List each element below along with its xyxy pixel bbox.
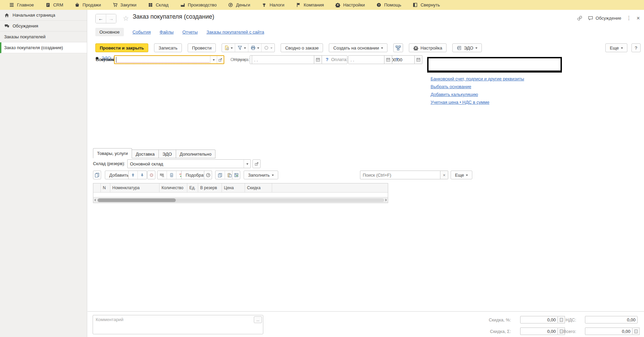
sidebar-item-home[interactable]: Начальная страница xyxy=(0,10,87,21)
tab-events[interactable]: События xyxy=(133,29,151,35)
topbar-item-production[interactable]: Производство xyxy=(174,0,223,10)
column-header-Цена[interactable]: Цена xyxy=(222,183,245,192)
calendar-icon[interactable] xyxy=(384,55,392,64)
search-input[interactable] xyxy=(360,171,440,179)
forward-button[interactable]: → xyxy=(106,14,116,23)
favorite-star-icon[interactable]: ☆ xyxy=(123,14,129,22)
structure-button[interactable] xyxy=(393,43,403,52)
column-header-Ед.[interactable]: Ед. xyxy=(187,183,198,192)
column-header-marker[interactable] xyxy=(93,183,101,192)
post-button[interactable]: Провести xyxy=(188,43,216,52)
right-link-4[interactable]: Учетная цена • НДС в сумме xyxy=(431,100,489,105)
signature-button[interactable] xyxy=(262,44,274,52)
tab-site-orders[interactable]: Заказы покупателей с сайта xyxy=(207,29,264,35)
sidebar-item-discussions[interactable]: Обсуждения xyxy=(0,21,87,32)
comment-input[interactable] xyxy=(93,315,263,334)
tab-reports[interactable]: Отчеты xyxy=(183,29,198,35)
customer-open-button[interactable] xyxy=(217,56,224,63)
calendar-icon[interactable] xyxy=(415,55,422,64)
discussion-button[interactable]: Обсуждение xyxy=(588,15,621,21)
topbar-item-money[interactable]: Деньги xyxy=(222,0,256,10)
total-input[interactable] xyxy=(585,328,632,335)
topbar-item-company[interactable]: Компания xyxy=(290,0,330,10)
topbar-item-main[interactable]: Главное xyxy=(3,0,40,10)
topbar-item-help[interactable]: ?Помощь xyxy=(371,0,407,10)
customer-field[interactable] xyxy=(114,55,224,64)
column-header-Скидка[interactable]: Скидка xyxy=(245,183,272,192)
back-button[interactable]: ← xyxy=(96,14,106,23)
scrollbar-thumb[interactable] xyxy=(98,198,176,202)
sidebar-item-customer-order-new[interactable]: Заказ покупателя (создание) xyxy=(0,42,87,53)
sidebar-item-customer-orders[interactable]: Заказы покупателей xyxy=(0,32,87,42)
fill-button[interactable]: Заполнить xyxy=(244,171,278,179)
post-and-close-button[interactable]: Провести и закрыть xyxy=(95,43,148,52)
calendar-icon[interactable] xyxy=(314,55,322,64)
top-menu-bar: ГлавноеCRMПродажиЗакупкиСкладПроизводств… xyxy=(0,0,644,10)
items-tab-delivery[interactable]: Доставка xyxy=(132,150,159,158)
topbar-item-label: Продажи xyxy=(82,2,101,7)
customer-dropdown-button[interactable] xyxy=(210,56,217,63)
horizontal-scrollbar[interactable] xyxy=(93,197,388,203)
warehouse-dropdown-button[interactable] xyxy=(244,160,250,168)
tab-files[interactable]: Файлы xyxy=(159,29,173,35)
topbar-item-collapse[interactable]: Свернуть xyxy=(407,0,446,10)
copy-icon[interactable] xyxy=(215,171,225,179)
topbar-item-purchases[interactable]: Закупки xyxy=(107,0,142,10)
vat-input[interactable] xyxy=(585,316,638,323)
help-button[interactable]: ? xyxy=(631,43,641,52)
kebab-menu-icon[interactable]: ⋮ xyxy=(626,15,631,21)
crm-icon xyxy=(45,2,51,7)
column-header-N[interactable]: N xyxy=(101,183,110,192)
right-link-3[interactable]: Добавить калькуляцию xyxy=(431,92,478,97)
print-button[interactable] xyxy=(248,44,262,52)
create-based-on-button[interactable]: Создать на основании xyxy=(329,43,387,52)
table-more-button[interactable]: Еще xyxy=(451,171,472,179)
filter-button[interactable] xyxy=(235,44,248,52)
scrollbar-track[interactable] xyxy=(97,198,384,202)
topbar-item-settings[interactable]: Настройки xyxy=(329,0,371,10)
comment-expand-button[interactable]: ... xyxy=(254,316,262,323)
scanner-device-icon[interactable] xyxy=(167,171,176,179)
write-button[interactable]: Записать xyxy=(154,43,182,52)
column-header-Количество[interactable]: Количество xyxy=(159,183,187,192)
payment-date-input[interactable] xyxy=(348,55,384,64)
move-down-button[interactable] xyxy=(138,171,147,179)
topbar-item-taxes[interactable]: Налоги xyxy=(256,0,290,10)
copy-rows-button[interactable] xyxy=(93,171,101,179)
right-link-1[interactable]: Банковский счет, подписи и другие реквиз… xyxy=(431,76,524,81)
customer-input[interactable] xyxy=(116,56,209,63)
topbar-item-sales[interactable]: Продажи xyxy=(69,0,107,10)
edo-button[interactable]: ЭДО xyxy=(452,43,482,52)
barcode-search-icon[interactable] xyxy=(157,171,167,179)
topbar-item-warehouse[interactable]: Склад xyxy=(142,0,174,10)
settings-button[interactable]: Настройка xyxy=(409,43,447,52)
excel-export-button[interactable] xyxy=(232,171,240,179)
link-icon[interactable] xyxy=(577,15,583,21)
tab-main[interactable]: Основное xyxy=(95,28,124,36)
items-tab-goods-services[interactable]: Товары, услуги xyxy=(93,148,132,158)
move-up-button[interactable] xyxy=(129,171,138,179)
view-gauge-button[interactable] xyxy=(204,171,212,179)
right-link-2[interactable]: Выбрать основание xyxy=(431,84,471,89)
items-tab-edo[interactable]: ЭДО xyxy=(159,150,176,158)
scroll-left-icon[interactable] xyxy=(94,199,96,201)
topbar-item-label: Закупки xyxy=(120,2,136,7)
column-header-Номенклатура[interactable]: Номенклатура xyxy=(110,183,159,192)
topbar-item-crm[interactable]: CRM xyxy=(40,0,69,10)
scroll-right-icon[interactable] xyxy=(385,199,387,201)
close-icon[interactable]: × xyxy=(637,15,640,21)
search-clear-icon[interactable]: × xyxy=(440,171,448,179)
order-summary-button[interactable]: Сводно о заказе xyxy=(281,43,323,52)
warehouse-open-button[interactable] xyxy=(252,159,261,168)
more-button[interactable]: Еще xyxy=(605,43,627,52)
warehouse-combo[interactable]: Основной склад xyxy=(127,159,251,168)
payment-help-icon[interactable]: ? xyxy=(396,57,398,62)
items-tab-additional[interactable]: Дополнительно xyxy=(176,150,216,158)
delete-row-button[interactable] xyxy=(147,171,155,179)
column-header-В резерв[interactable]: В резерв xyxy=(198,183,222,192)
post-document-button[interactable] xyxy=(222,44,235,52)
shipment-date-input[interactable] xyxy=(252,55,314,64)
topbar-item-label: Помощь xyxy=(384,2,401,7)
calculator-icon[interactable] xyxy=(632,328,640,335)
shipment-help-icon[interactable]: ? xyxy=(326,57,328,62)
